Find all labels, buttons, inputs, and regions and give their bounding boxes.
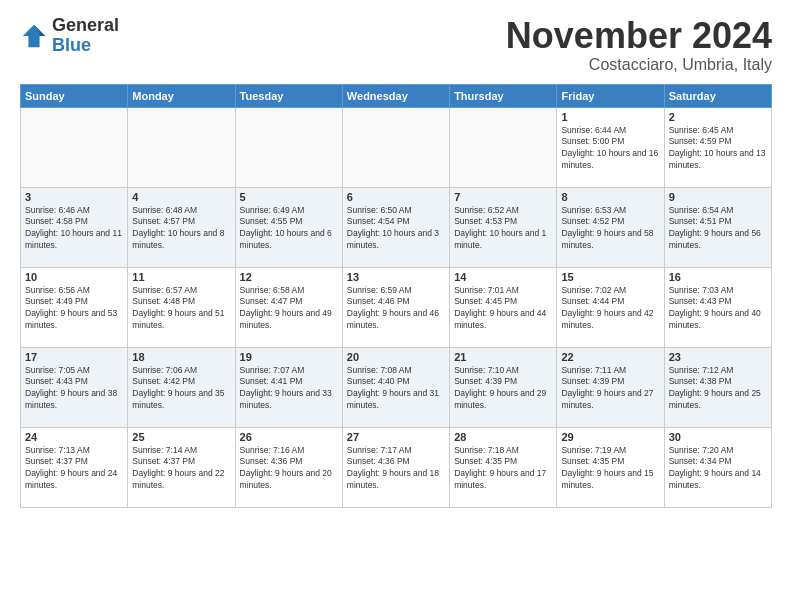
week-row-4: 17Sunrise: 7:05 AM Sunset: 4:43 PM Dayli… xyxy=(21,347,772,427)
day-cell: 29Sunrise: 7:19 AM Sunset: 4:35 PM Dayli… xyxy=(557,427,664,507)
day-cell: 11Sunrise: 6:57 AM Sunset: 4:48 PM Dayli… xyxy=(128,267,235,347)
day-number: 2 xyxy=(669,111,767,123)
day-info: Sunrise: 6:45 AM Sunset: 4:59 PM Dayligh… xyxy=(669,125,767,173)
day-cell xyxy=(235,107,342,187)
day-info: Sunrise: 7:14 AM Sunset: 4:37 PM Dayligh… xyxy=(132,445,230,493)
day-info: Sunrise: 7:17 AM Sunset: 4:36 PM Dayligh… xyxy=(347,445,445,493)
day-info: Sunrise: 6:52 AM Sunset: 4:53 PM Dayligh… xyxy=(454,205,552,253)
logo-blue: Blue xyxy=(52,36,119,56)
day-number: 22 xyxy=(561,351,659,363)
col-thursday: Thursday xyxy=(450,84,557,107)
day-number: 28 xyxy=(454,431,552,443)
day-info: Sunrise: 7:19 AM Sunset: 4:35 PM Dayligh… xyxy=(561,445,659,493)
header-row: Sunday Monday Tuesday Wednesday Thursday… xyxy=(21,84,772,107)
day-number: 16 xyxy=(669,271,767,283)
col-friday: Friday xyxy=(557,84,664,107)
day-number: 6 xyxy=(347,191,445,203)
day-info: Sunrise: 6:49 AM Sunset: 4:55 PM Dayligh… xyxy=(240,205,338,253)
day-number: 1 xyxy=(561,111,659,123)
logo-general: General xyxy=(52,16,119,36)
day-info: Sunrise: 7:11 AM Sunset: 4:39 PM Dayligh… xyxy=(561,365,659,413)
day-info: Sunrise: 6:57 AM Sunset: 4:48 PM Dayligh… xyxy=(132,285,230,333)
day-number: 17 xyxy=(25,351,123,363)
day-cell: 9Sunrise: 6:54 AM Sunset: 4:51 PM Daylig… xyxy=(664,187,771,267)
day-cell: 18Sunrise: 7:06 AM Sunset: 4:42 PM Dayli… xyxy=(128,347,235,427)
week-row-5: 24Sunrise: 7:13 AM Sunset: 4:37 PM Dayli… xyxy=(21,427,772,507)
day-number: 3 xyxy=(25,191,123,203)
col-tuesday: Tuesday xyxy=(235,84,342,107)
week-row-2: 3Sunrise: 6:46 AM Sunset: 4:58 PM Daylig… xyxy=(21,187,772,267)
day-cell: 1Sunrise: 6:44 AM Sunset: 5:00 PM Daylig… xyxy=(557,107,664,187)
day-cell: 30Sunrise: 7:20 AM Sunset: 4:34 PM Dayli… xyxy=(664,427,771,507)
day-cell: 27Sunrise: 7:17 AM Sunset: 4:36 PM Dayli… xyxy=(342,427,449,507)
day-cell: 8Sunrise: 6:53 AM Sunset: 4:52 PM Daylig… xyxy=(557,187,664,267)
header: General Blue November 2024 Costacciaro, … xyxy=(20,16,772,74)
logo-text: General Blue xyxy=(52,16,119,56)
day-number: 9 xyxy=(669,191,767,203)
day-cell xyxy=(450,107,557,187)
day-number: 29 xyxy=(561,431,659,443)
day-info: Sunrise: 7:10 AM Sunset: 4:39 PM Dayligh… xyxy=(454,365,552,413)
day-info: Sunrise: 7:01 AM Sunset: 4:45 PM Dayligh… xyxy=(454,285,552,333)
day-cell: 6Sunrise: 6:50 AM Sunset: 4:54 PM Daylig… xyxy=(342,187,449,267)
day-number: 12 xyxy=(240,271,338,283)
week-row-3: 10Sunrise: 6:56 AM Sunset: 4:49 PM Dayli… xyxy=(21,267,772,347)
day-number: 11 xyxy=(132,271,230,283)
day-number: 26 xyxy=(240,431,338,443)
day-cell: 14Sunrise: 7:01 AM Sunset: 4:45 PM Dayli… xyxy=(450,267,557,347)
day-cell xyxy=(342,107,449,187)
day-number: 19 xyxy=(240,351,338,363)
day-cell: 20Sunrise: 7:08 AM Sunset: 4:40 PM Dayli… xyxy=(342,347,449,427)
title-area: November 2024 Costacciaro, Umbria, Italy xyxy=(506,16,772,74)
day-cell xyxy=(128,107,235,187)
day-number: 21 xyxy=(454,351,552,363)
day-info: Sunrise: 6:46 AM Sunset: 4:58 PM Dayligh… xyxy=(25,205,123,253)
day-cell: 15Sunrise: 7:02 AM Sunset: 4:44 PM Dayli… xyxy=(557,267,664,347)
day-number: 20 xyxy=(347,351,445,363)
day-info: Sunrise: 7:03 AM Sunset: 4:43 PM Dayligh… xyxy=(669,285,767,333)
day-cell: 25Sunrise: 7:14 AM Sunset: 4:37 PM Dayli… xyxy=(128,427,235,507)
calendar-body: 1Sunrise: 6:44 AM Sunset: 5:00 PM Daylig… xyxy=(21,107,772,507)
day-info: Sunrise: 7:20 AM Sunset: 4:34 PM Dayligh… xyxy=(669,445,767,493)
day-cell: 21Sunrise: 7:10 AM Sunset: 4:39 PM Dayli… xyxy=(450,347,557,427)
day-number: 30 xyxy=(669,431,767,443)
day-cell: 24Sunrise: 7:13 AM Sunset: 4:37 PM Dayli… xyxy=(21,427,128,507)
day-info: Sunrise: 7:02 AM Sunset: 4:44 PM Dayligh… xyxy=(561,285,659,333)
day-info: Sunrise: 7:07 AM Sunset: 4:41 PM Dayligh… xyxy=(240,365,338,413)
day-info: Sunrise: 6:56 AM Sunset: 4:49 PM Dayligh… xyxy=(25,285,123,333)
day-info: Sunrise: 7:18 AM Sunset: 4:35 PM Dayligh… xyxy=(454,445,552,493)
day-number: 18 xyxy=(132,351,230,363)
col-sunday: Sunday xyxy=(21,84,128,107)
subtitle: Costacciaro, Umbria, Italy xyxy=(506,56,772,74)
day-cell xyxy=(21,107,128,187)
calendar-header: Sunday Monday Tuesday Wednesday Thursday… xyxy=(21,84,772,107)
day-cell: 5Sunrise: 6:49 AM Sunset: 4:55 PM Daylig… xyxy=(235,187,342,267)
col-monday: Monday xyxy=(128,84,235,107)
day-number: 25 xyxy=(132,431,230,443)
day-cell: 23Sunrise: 7:12 AM Sunset: 4:38 PM Dayli… xyxy=(664,347,771,427)
day-number: 13 xyxy=(347,271,445,283)
day-number: 23 xyxy=(669,351,767,363)
day-cell: 16Sunrise: 7:03 AM Sunset: 4:43 PM Dayli… xyxy=(664,267,771,347)
day-info: Sunrise: 7:08 AM Sunset: 4:40 PM Dayligh… xyxy=(347,365,445,413)
day-number: 10 xyxy=(25,271,123,283)
day-number: 5 xyxy=(240,191,338,203)
day-info: Sunrise: 6:48 AM Sunset: 4:57 PM Dayligh… xyxy=(132,205,230,253)
day-cell: 2Sunrise: 6:45 AM Sunset: 4:59 PM Daylig… xyxy=(664,107,771,187)
day-info: Sunrise: 7:13 AM Sunset: 4:37 PM Dayligh… xyxy=(25,445,123,493)
day-cell: 26Sunrise: 7:16 AM Sunset: 4:36 PM Dayli… xyxy=(235,427,342,507)
day-cell: 13Sunrise: 6:59 AM Sunset: 4:46 PM Dayli… xyxy=(342,267,449,347)
day-info: Sunrise: 6:50 AM Sunset: 4:54 PM Dayligh… xyxy=(347,205,445,253)
logo-icon xyxy=(20,22,48,50)
logo: General Blue xyxy=(20,16,119,56)
day-number: 7 xyxy=(454,191,552,203)
month-title: November 2024 xyxy=(506,16,772,56)
day-cell: 7Sunrise: 6:52 AM Sunset: 4:53 PM Daylig… xyxy=(450,187,557,267)
day-cell: 28Sunrise: 7:18 AM Sunset: 4:35 PM Dayli… xyxy=(450,427,557,507)
day-info: Sunrise: 7:06 AM Sunset: 4:42 PM Dayligh… xyxy=(132,365,230,413)
day-cell: 10Sunrise: 6:56 AM Sunset: 4:49 PM Dayli… xyxy=(21,267,128,347)
calendar: Sunday Monday Tuesday Wednesday Thursday… xyxy=(20,84,772,508)
day-info: Sunrise: 6:54 AM Sunset: 4:51 PM Dayligh… xyxy=(669,205,767,253)
day-cell: 17Sunrise: 7:05 AM Sunset: 4:43 PM Dayli… xyxy=(21,347,128,427)
col-saturday: Saturday xyxy=(664,84,771,107)
